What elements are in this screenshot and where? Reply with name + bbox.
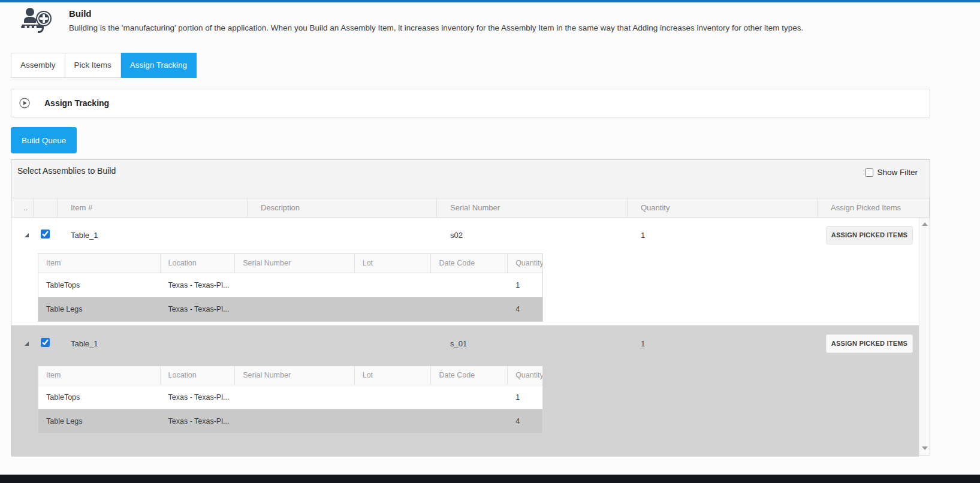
show-filter-label: Show Filter (877, 168, 918, 177)
picked-item-row[interactable]: Table Legs Texas - Texas-Pl... 4 (38, 409, 542, 433)
row-checkbox[interactable] (41, 230, 50, 239)
assembly-group: Table_1 s02 1 ASSIGN PICKED ITEMS Item L… (11, 218, 919, 325)
assign-tracking-panel-header[interactable]: Assign Tracking (11, 89, 930, 117)
sub-location-cell: Texas - Texas-Pl... (161, 393, 236, 402)
row-checkbox[interactable] (41, 338, 50, 347)
sub-column-date-code: Date Code (431, 366, 508, 385)
sub-column-serial-number: Serial Number (235, 366, 355, 385)
page-header: Build Building is the 'manufacturing' po… (21, 7, 803, 37)
quantity-cell: 1 (628, 339, 818, 348)
page-title: Build (69, 8, 803, 19)
sub-quantity-cell: 1 (508, 281, 542, 289)
sub-item-cell: Table Legs (38, 305, 161, 313)
sub-quantity-cell: 4 (508, 305, 542, 313)
sub-column-location: Location (161, 366, 236, 385)
picked-items-header-row: Item Location Serial Number Lot Date Cod… (38, 254, 542, 273)
sub-column-location: Location (161, 254, 236, 273)
collapse-row-icon[interactable] (25, 233, 29, 237)
serial-number-cell: s_01 (437, 339, 628, 348)
column-header-assign-picked-items: Assign Picked Items (818, 198, 930, 217)
tab-assign-tracking[interactable]: Assign Tracking (121, 53, 197, 78)
quantity-cell: 1 (628, 231, 818, 240)
picked-item-row[interactable]: TableTops Texas - Texas-Pl... 1 (38, 273, 542, 297)
play-circle-icon[interactable] (19, 98, 30, 108)
grid-body: Table_1 s02 1 ASSIGN PICKED ITEMS Item L… (11, 218, 919, 457)
tab-strip: Assembly Pick Items Assign Tracking (11, 53, 197, 78)
scroll-up-icon[interactable] (922, 222, 928, 226)
assembly-detail: Item Location Serial Number Lot Date Cod… (11, 361, 919, 457)
sub-column-lot: Lot (355, 254, 432, 273)
sub-item-cell: TableTops (38, 281, 161, 289)
picked-item-row[interactable]: Table Legs Texas - Texas-Pl... 4 (38, 297, 542, 321)
picked-items-table: Item Location Serial Number Lot Date Cod… (38, 253, 543, 322)
sub-column-item: Item (38, 366, 161, 385)
sub-location-cell: Texas - Texas-Pl... (161, 281, 236, 289)
sub-quantity-cell: 1 (508, 393, 542, 402)
assign-picked-items-button[interactable]: ASSIGN PICKED ITEMS (826, 226, 913, 244)
picked-item-row[interactable]: TableTops Texas - Texas-Pl... 1 (38, 385, 542, 409)
show-filter: Show Filter (865, 168, 918, 177)
serial-number-cell: s02 (437, 231, 628, 240)
sub-item-cell: TableTops (38, 393, 161, 402)
column-header-select (34, 198, 58, 217)
build-icon (21, 7, 52, 37)
sub-column-item: Item (38, 254, 161, 273)
sub-column-quantity: Quantity (508, 254, 542, 273)
assemblies-grid: Select Assemblies to Build Show Filter .… (11, 159, 930, 455)
grid-title: Select Assemblies to Build (17, 166, 116, 176)
column-header-serial-number: Serial Number (437, 198, 628, 217)
grid-header-row: .. Item # Description Serial Number Quan… (11, 198, 930, 218)
build-page: Build Building is the 'manufacturing' po… (0, 0, 980, 483)
item-number-cell: Table_1 (58, 339, 248, 348)
sub-location-cell: Texas - Texas-Pl... (161, 417, 236, 425)
picked-items-table: Item Location Serial Number Lot Date Cod… (38, 366, 543, 434)
build-queue-button[interactable]: Build Queue (11, 127, 77, 153)
collapse-row-icon[interactable] (25, 342, 29, 346)
assign-picked-items-button[interactable]: ASSIGN PICKED ITEMS (826, 334, 913, 353)
item-number-cell: Table_1 (58, 231, 248, 240)
grid-heading: Select Assemblies to Build Show Filter (11, 160, 930, 198)
bottom-bar (0, 475, 980, 483)
sub-column-quantity: Quantity (508, 366, 542, 385)
tab-assembly[interactable]: Assembly (11, 53, 65, 78)
assembly-row[interactable]: Table_1 s02 1 ASSIGN PICKED ITEMS (11, 218, 919, 252)
sub-quantity-cell: 4 (508, 417, 542, 425)
tab-pick-items[interactable]: Pick Items (65, 53, 121, 78)
sub-column-date-code: Date Code (431, 254, 508, 273)
panel-title: Assign Tracking (44, 98, 109, 108)
column-header-item: Item # (58, 198, 248, 217)
column-header-description: Description (248, 198, 437, 217)
sub-column-lot: Lot (355, 366, 432, 385)
assembly-detail: Item Location Serial Number Lot Date Cod… (11, 252, 919, 325)
column-header-quantity: Quantity (628, 198, 818, 217)
top-accent-bar (0, 0, 980, 2)
assembly-group: Table_1 s_01 1 ASSIGN PICKED ITEMS Item … (11, 325, 919, 457)
picked-items-header-row: Item Location Serial Number Lot Date Cod… (38, 366, 542, 385)
column-header-expand: .. (11, 198, 34, 217)
sub-column-serial-number: Serial Number (235, 254, 355, 273)
sub-location-cell: Texas - Texas-Pl... (161, 305, 236, 313)
vertical-scrollbar[interactable] (919, 218, 930, 455)
show-filter-checkbox[interactable] (865, 168, 873, 177)
sub-item-cell: Table Legs (38, 417, 161, 425)
scroll-down-icon[interactable] (922, 446, 928, 450)
assembly-row[interactable]: Table_1 s_01 1 ASSIGN PICKED ITEMS (11, 326, 919, 361)
page-subtitle: Building is the 'manufacturing' portion … (69, 23, 803, 32)
